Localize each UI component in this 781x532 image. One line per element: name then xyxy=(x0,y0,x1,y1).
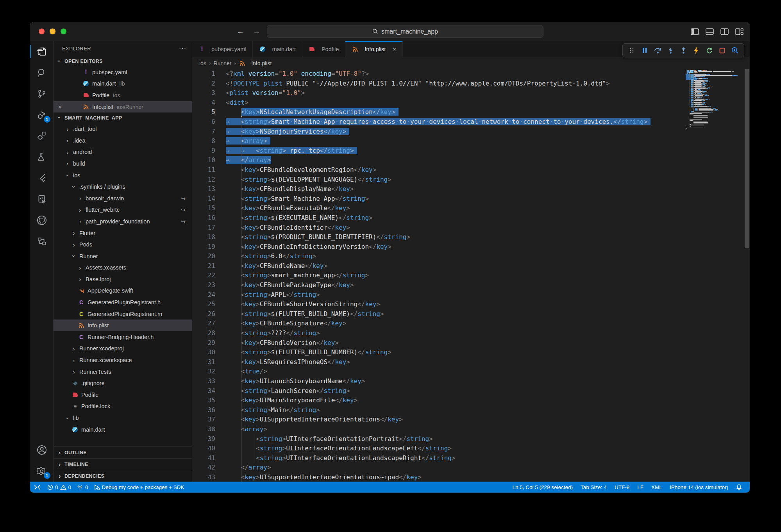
code-line-23[interactable]: 23<key>CFBundlePackageType</key> xyxy=(192,280,750,290)
chevron-right-icon[interactable]: › xyxy=(77,207,83,213)
code-line-22[interactable]: 22<string>smart_machine_app</string> xyxy=(192,271,750,280)
code-line-35[interactable]: 35<key>UIMainStoryboardFile</key> xyxy=(192,396,750,405)
tab-Podfile[interactable]: Podfile xyxy=(302,41,345,57)
tree-item-Podfile[interactable]: Podfile xyxy=(54,389,192,401)
sidebar-more-actions[interactable]: ··· xyxy=(179,45,186,52)
chevron-right-icon[interactable]: › xyxy=(64,149,71,155)
command-center-search[interactable]: smart_machine_app xyxy=(267,25,543,38)
tree-item-Runner[interactable]: ›Runner xyxy=(54,250,192,262)
breadcrumb-item[interactable]: ios xyxy=(199,60,206,66)
code-line-42[interactable]: 42</array> xyxy=(192,463,750,473)
tree-item-Podfile.lock[interactable]: ≡Podfile.lock xyxy=(54,401,192,412)
chevron-right-icon[interactable]: › xyxy=(64,160,71,167)
code-line-32[interactable]: 32<true/> xyxy=(192,367,750,377)
code-editor[interactable]: 1<?xml version="1.0" encoding="UTF-8"?>2… xyxy=(192,69,750,482)
code-line-14[interactable]: 14<string>Smart Machine App</string> xyxy=(192,194,750,204)
activity-testing-icon[interactable] xyxy=(30,146,54,168)
tree-item-flutter_webrtc[interactable]: ›flutter_webrtc↪ xyxy=(54,204,192,216)
code-line-16[interactable]: 16<string>$(EXECUTABLE_NAME)</string> xyxy=(192,213,750,223)
tree-item-Flutter[interactable]: ›Flutter xyxy=(54,227,192,239)
code-line-25[interactable]: 25<key>CFBundleShortVersionString</key> xyxy=(192,300,750,309)
code-line-8[interactable]: 8→<array> xyxy=(192,136,750,146)
tree-item-GeneratedPluginRegistrant.m[interactable]: CGeneratedPluginRegistrant.m xyxy=(54,308,192,320)
close-editor-icon[interactable]: × xyxy=(59,104,62,110)
code-line-24[interactable]: 24<string>APPL</string> xyxy=(192,290,750,300)
activity-search-icon[interactable] xyxy=(30,62,54,83)
step-over-icon[interactable] xyxy=(652,45,663,55)
activity-source-control-icon[interactable] xyxy=(30,83,54,104)
ports-status[interactable]: 0 xyxy=(74,482,91,493)
grip-icon[interactable] xyxy=(627,45,637,55)
tree-item-Assets.xcassets[interactable]: ›Assets.xcassets xyxy=(54,262,192,274)
tree-item-Pods[interactable]: ›Pods xyxy=(54,239,192,250)
code-line-2[interactable]: 2<!DOCTYPE plist PUBLIC "-//Apple//DTD P… xyxy=(192,79,750,89)
stop-icon[interactable] xyxy=(717,45,727,55)
chevron-right-icon[interactable]: › xyxy=(71,230,77,236)
tree-item-.dart_tool[interactable]: ›.dart_tool xyxy=(54,123,192,135)
encoding[interactable]: UTF-8 xyxy=(611,484,633,490)
breadcrumb-file[interactable]: Info.plist xyxy=(251,60,272,66)
activity-accounts-icon[interactable] xyxy=(30,439,54,461)
cursor-position[interactable]: Ln 5, Col 5 (229 selected) xyxy=(509,484,577,490)
chevron-right-icon[interactable]: › xyxy=(77,276,83,282)
step-out-icon[interactable] xyxy=(678,45,688,55)
chevron-right-icon[interactable]: › xyxy=(77,195,83,202)
minimize-window-button[interactable] xyxy=(50,29,55,34)
code-line-27[interactable]: 27<key>CFBundleSignature</key> xyxy=(192,319,750,328)
code-line-33[interactable]: 33<key>UILaunchStoryboardName</key> xyxy=(192,377,750,386)
project-root-header[interactable]: › SMART_MACHINE_APP xyxy=(54,112,192,123)
chevron-down-icon[interactable]: › xyxy=(64,172,71,179)
code-line-13[interactable]: 13<key>CFBundleDisplayName</key> xyxy=(192,184,750,194)
open-editor-Podfile[interactable]: Podfileios xyxy=(54,89,192,101)
code-line-1[interactable]: 1<?xml version="1.0" encoding="UTF-8"?> xyxy=(192,69,750,79)
code-line-21[interactable]: 21<key>CFBundleName</key> xyxy=(192,261,750,271)
notifications-bell-icon[interactable] xyxy=(732,484,746,490)
chevron-down-icon[interactable]: › xyxy=(71,184,77,190)
code-line-3[interactable]: 3<plist version="1.0"> xyxy=(192,88,750,98)
tree-item-Info.plist[interactable]: Info.plist xyxy=(54,320,192,331)
code-line-39[interactable]: 39<string>UIInterfaceOrientationPortrait… xyxy=(192,434,750,444)
language-mode[interactable]: XML xyxy=(647,484,666,490)
code-line-20[interactable]: 20<string>6.0</string> xyxy=(192,252,750,261)
tab-main.dart[interactable]: main.dart xyxy=(253,41,302,57)
tree-item-Runner.xcworkspace[interactable]: ›Runner.xcworkspace xyxy=(54,354,192,366)
chevron-right-icon[interactable]: › xyxy=(77,218,83,225)
tree-item-Runner-Bridging-Header.h[interactable]: CRunner-Bridging-Header.h xyxy=(54,331,192,343)
minimap[interactable] xyxy=(686,70,743,130)
eol[interactable]: LF xyxy=(633,484,647,490)
tab-pubspec.yaml[interactable]: !pubspec.yaml xyxy=(192,41,253,57)
tree-item-AppDelegate.swift[interactable]: AppDelegate.swift xyxy=(54,285,192,297)
activity-references-icon[interactable] xyxy=(30,231,54,252)
tree-item-bonsoir_darwin[interactable]: ›bonsoir_darwin↪ xyxy=(54,193,192,204)
code-line-10[interactable]: 10→</array> xyxy=(192,155,750,165)
close-tab-icon[interactable]: × xyxy=(393,46,396,52)
code-line-29[interactable]: 29<key>CFBundleVersion</key> xyxy=(192,338,750,348)
code-line-17[interactable]: 17<key>CFBundleIdentifier</key> xyxy=(192,223,750,233)
activity-github-icon[interactable] xyxy=(30,210,54,231)
step-into-icon[interactable] xyxy=(665,45,676,55)
tree-item-.idea[interactable]: ›.idea xyxy=(54,135,192,146)
tree-item-GeneratedPluginRegistrant.h[interactable]: CGeneratedPluginRegistrant.h xyxy=(54,296,192,308)
chevron-down-icon[interactable]: › xyxy=(64,415,71,421)
remote-indicator[interactable] xyxy=(30,482,45,493)
tree-item-Runner.xcodeproj[interactable]: ›Runner.xcodeproj xyxy=(54,343,192,355)
code-line-4[interactable]: 4<dict> xyxy=(192,98,750,108)
code-line-11[interactable]: 11<key>CFBundleDevelopmentRegion</key> xyxy=(192,165,750,175)
devtools-icon[interactable] xyxy=(730,45,740,55)
tree-item-RunnerTests[interactable]: ›RunnerTests xyxy=(54,366,192,378)
open-editor-pubspec.yaml[interactable]: !pubspec.yaml xyxy=(54,66,192,78)
code-line-40[interactable]: 40<string>UIInterfaceOrientationLandscap… xyxy=(192,444,750,453)
activity-explorer-icon[interactable] xyxy=(30,41,54,62)
scrollbar-thumb[interactable] xyxy=(745,69,749,248)
code-line-6[interactable]: 6→<string>Smart·Machine·App·requires·acc… xyxy=(192,117,750,127)
chevron-down-icon[interactable]: › xyxy=(71,253,77,259)
code-line-30[interactable]: 30<string>$(FLUTTER_BUILD_NUMBER)</strin… xyxy=(192,348,750,357)
problems-status[interactable]: 00 xyxy=(45,482,74,493)
tree-item-lib[interactable]: ›lib xyxy=(54,412,192,424)
hot-reload-icon[interactable] xyxy=(691,45,701,55)
restart-icon[interactable] xyxy=(704,45,714,55)
chevron-right-icon[interactable]: › xyxy=(71,241,77,248)
editor-scrollbar[interactable] xyxy=(744,69,750,482)
toggle-sidebar-icon[interactable] xyxy=(691,28,699,35)
debug-launch-status[interactable]: Debug my code + packages + SDK xyxy=(91,482,187,493)
